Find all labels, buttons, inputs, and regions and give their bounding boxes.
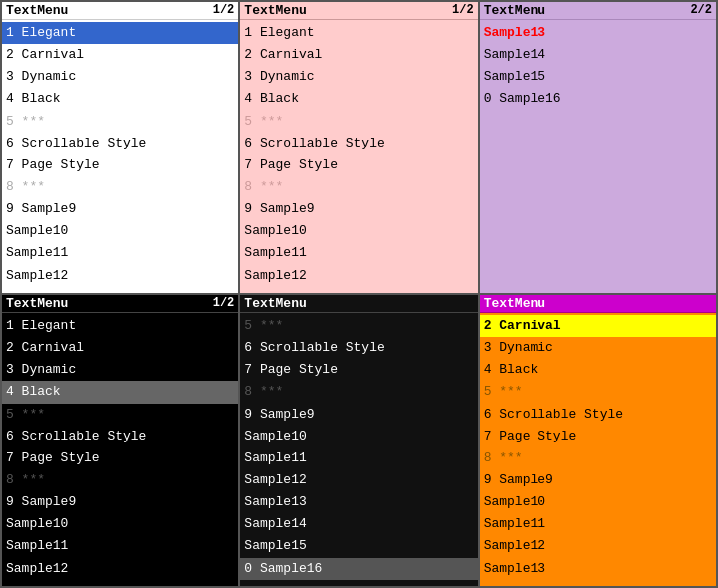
list-item[interactable]: Sample15 [480, 66, 716, 88]
panel-p1-header: TextMenu1/2 [2, 2, 238, 20]
list-item[interactable]: Sample11 [240, 447, 477, 469]
panel-p6: TextMenu2 Carnival3 Dynamic4 Black5 ***6… [479, 294, 717, 587]
panel-p5-title: TextMenu [244, 296, 306, 311]
list-item[interactable]: Sample11 [480, 513, 716, 535]
list-item[interactable]: 8 *** [240, 176, 477, 198]
panel-p1-body: 1 Elegant2 Carnival3 Dynamic4 Black5 ***… [2, 20, 238, 293]
list-item[interactable]: Sample14 [240, 513, 477, 535]
list-item[interactable]: 8 *** [2, 469, 238, 491]
list-item[interactable]: 6 Scrollable Style [240, 337, 477, 359]
list-item[interactable]: 8 *** [240, 381, 477, 403]
list-item[interactable]: 3 Dynamic [2, 359, 238, 381]
panel-p6-title: TextMenu [484, 296, 545, 311]
list-item[interactable]: 1 Elegant [2, 22, 238, 44]
panel-p5: TextMenu5 ***6 Scrollable Style7 Page St… [239, 294, 478, 587]
panel-p1-page: 1/2 [213, 3, 235, 18]
panel-p5-body: 5 ***6 Scrollable Style7 Page Style8 ***… [240, 313, 477, 586]
list-item[interactable]: Sample12 [240, 265, 477, 287]
list-item[interactable]: Sample10 [480, 491, 716, 513]
panel-p3: TextMenu2/2 Sample13 Sample14 Sample150 … [479, 1, 717, 294]
list-item[interactable]: 8 *** [480, 447, 716, 469]
list-item[interactable]: 2 Carnival [2, 337, 238, 359]
panel-p3-header: TextMenu2/2 [480, 2, 716, 20]
list-item[interactable]: 2 Carnival [240, 44, 477, 66]
list-item[interactable]: 5 *** [2, 404, 238, 426]
main-grid: TextMenu1/21 Elegant2 Carnival3 Dynamic4… [0, 0, 718, 588]
list-item[interactable]: 4 Black [240, 88, 477, 110]
panel-p2: TextMenu1/21 Elegant2 Carnival3 Dynamic4… [239, 1, 478, 294]
panel-p4: TextMenu1/21 Elegant2 Carnival3 Dynamic4… [1, 294, 239, 587]
panel-p3-body: Sample13 Sample14 Sample150 Sample16 [480, 20, 716, 293]
list-item[interactable]: 3 Dynamic [2, 66, 238, 88]
list-item[interactable]: Sample12 [2, 558, 238, 580]
panel-p4-page: 1/2 [213, 296, 235, 311]
list-item[interactable]: 7 Page Style [2, 447, 238, 469]
panel-p4-body: 1 Elegant2 Carnival3 Dynamic4 Black5 ***… [2, 313, 238, 586]
list-item[interactable]: 7 Page Style [240, 154, 477, 176]
list-item[interactable]: 6 Scrollable Style [2, 426, 238, 447]
list-item[interactable]: 7 Page Style [240, 359, 477, 381]
list-item[interactable]: Sample10 [240, 220, 477, 242]
list-item[interactable]: Sample12 [2, 265, 238, 287]
list-item[interactable]: Sample11 [240, 242, 477, 264]
list-item[interactable]: 2 Carnival [480, 315, 716, 337]
list-item[interactable]: Sample10 [2, 513, 238, 535]
panel-p2-body: 1 Elegant2 Carnival3 Dynamic4 Black5 ***… [240, 20, 477, 293]
list-item[interactable]: 9 Sample9 [240, 198, 477, 220]
list-item[interactable]: 0 Sample16 [480, 88, 716, 110]
list-item[interactable]: 4 Black [2, 88, 238, 110]
list-item[interactable]: Sample15 [240, 535, 477, 557]
panel-p4-header: TextMenu1/2 [2, 295, 238, 313]
list-item[interactable]: 1 Elegant [240, 22, 477, 44]
list-item[interactable]: Sample11 [2, 535, 238, 557]
list-item[interactable]: 7 Page Style [2, 154, 238, 176]
list-item[interactable]: 4 Black [480, 359, 716, 381]
list-item[interactable]: 6 Scrollable Style [240, 133, 477, 154]
panel-p6-body: 2 Carnival3 Dynamic4 Black5 ***6 Scrolla… [480, 313, 716, 586]
panel-p2-title: TextMenu [244, 3, 306, 18]
list-item[interactable]: Sample12 [240, 469, 477, 491]
panel-p4-title: TextMenu [6, 296, 68, 311]
list-item[interactable]: 2 Carnival [2, 44, 238, 66]
list-item[interactable]: Sample13 [480, 22, 716, 44]
list-item[interactable]: Sample10 [2, 220, 238, 242]
panel-p3-page: 2/2 [690, 3, 712, 18]
list-item[interactable]: 3 Dynamic [240, 66, 477, 88]
list-item[interactable]: 5 *** [240, 111, 477, 133]
panel-p2-page: 1/2 [452, 3, 474, 18]
list-item[interactable]: Sample13 [480, 558, 716, 580]
panel-p3-title: TextMenu [484, 3, 545, 18]
list-item[interactable]: Sample12 [480, 535, 716, 557]
list-item[interactable]: Sample13 [240, 491, 477, 513]
list-item[interactable]: 4 Black [2, 381, 238, 403]
list-item[interactable]: 9 Sample9 [240, 404, 477, 426]
panel-p2-header: TextMenu1/2 [240, 2, 477, 20]
list-item[interactable]: Sample14 [480, 44, 716, 66]
panel-p1-title: TextMenu [6, 3, 68, 18]
list-item[interactable]: 8 *** [2, 176, 238, 198]
list-item[interactable]: Sample11 [2, 242, 238, 264]
list-item[interactable]: 6 Scrollable Style [480, 404, 716, 426]
list-item[interactable]: 3 Dynamic [480, 337, 716, 359]
list-item[interactable]: 9 Sample9 [2, 198, 238, 220]
panel-p5-header: TextMenu [240, 295, 477, 313]
panel-p1: TextMenu1/21 Elegant2 Carnival3 Dynamic4… [1, 1, 239, 294]
panel-p6-header: TextMenu [480, 295, 716, 313]
list-item[interactable]: 5 *** [2, 111, 238, 133]
list-item[interactable]: 0 Sample16 [240, 558, 477, 580]
list-item[interactable]: 5 *** [240, 315, 477, 337]
list-item[interactable]: 6 Scrollable Style [2, 133, 238, 154]
list-item[interactable]: Sample10 [240, 426, 477, 447]
list-item[interactable]: 7 Page Style [480, 426, 716, 447]
list-item[interactable]: 1 Elegant [2, 315, 238, 337]
list-item[interactable]: 9 Sample9 [2, 491, 238, 513]
list-item[interactable]: 5 *** [480, 381, 716, 403]
list-item[interactable]: 9 Sample9 [480, 469, 716, 491]
